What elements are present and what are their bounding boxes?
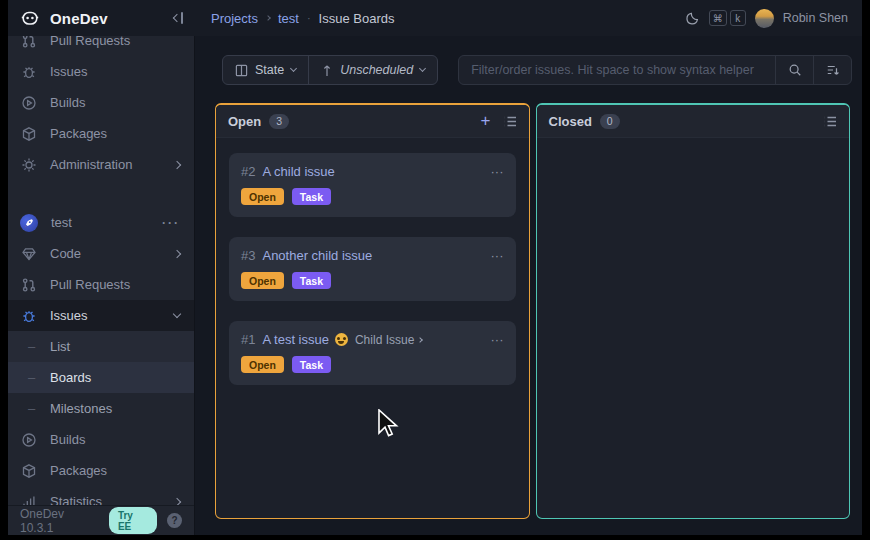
issue-number: #1 [241,332,255,347]
bug-icon-active [20,307,37,324]
sidebar-subitem-milestones[interactable]: – Milestones [8,393,194,424]
play-circle-icon [20,431,37,448]
issue-card[interactable]: #1 A test issue Child Issue ··· Op [229,321,516,385]
sidebar-item-label: Pull Requests [50,36,130,48]
issue-toolbar: State Unscheduled [222,55,852,85]
collapse-bar-icon [181,12,183,24]
dark-mode-moon-icon[interactable] [685,11,700,26]
chevron-right-icon [173,160,181,168]
breadcrumb-project-link[interactable]: test [278,11,299,26]
user-avatar[interactable] [755,9,774,28]
type-label-badge: Task [292,356,331,373]
sidebar-item-issues[interactable]: Issues [8,56,194,87]
filter-input[interactable] [459,56,775,84]
sidebar-item-builds[interactable]: Builds [8,87,194,118]
closed-column-body[interactable] [537,138,850,518]
sidebar-project-header[interactable]: test ··· [8,207,194,238]
shortcut-hint: ⌘ k [709,10,746,26]
sidebar-item-project-issues[interactable]: Issues [8,300,194,331]
sidebar-item-project-builds[interactable]: Builds [8,424,194,455]
child-issue-link[interactable]: Child Issue [355,333,422,347]
pull-request-icon [20,276,37,293]
subitem-dash-icon: – [28,401,37,416]
subitem-dash-icon: – [28,339,37,354]
brand-name: OneDev [50,10,108,27]
column-title: Closed [549,114,592,129]
board-column-closed: Closed 0 [536,103,851,519]
sidebar-scroll-area[interactable]: Pull Requests Issues Builds Packages Adm… [8,36,194,517]
package-icon [20,125,37,142]
sidebar-item-label: Builds [50,432,85,447]
column-list-menu-button[interactable] [823,115,837,128]
add-issue-button[interactable]: + [481,112,491,129]
column-count-badge: 0 [600,114,620,129]
chevron-down-icon [290,65,297,72]
breadcrumb-current-page: Issue Boards [319,11,395,26]
issue-card[interactable]: #2 A child issue ··· Open Task [229,153,516,217]
card-menu-ellipsis[interactable]: ··· [491,332,504,347]
state-board-button[interactable]: State [223,56,308,84]
sidebar-item-project-packages[interactable]: Packages [8,455,194,486]
column-title: Open [228,114,261,129]
user-name[interactable]: Robin Shen [783,11,848,25]
chevron-right-icon [417,337,423,343]
board-settings-group: State Unscheduled [222,55,438,85]
milestone-filter-button[interactable]: Unscheduled [308,56,437,84]
sidebar-item-label: Milestones [50,401,112,416]
main-content: State Unscheduled [195,36,862,535]
open-column-header: Open 3 + [216,105,529,138]
order-button[interactable] [813,56,851,84]
state-label-badge: Open [241,356,284,373]
card-menu-ellipsis[interactable]: ··· [491,164,504,179]
board-column-open: Open 3 + #2 A child issue ··· [215,103,530,519]
project-avatar [20,214,38,232]
help-icon[interactable]: ? [167,513,182,528]
sidebar-item-label: Builds [50,95,85,110]
breadcrumb-projects-link[interactable]: Projects [211,11,258,26]
sidebar-item-code[interactable]: Code [8,238,194,269]
sidebar-item-label: Packages [50,126,107,141]
play-circle-icon [20,94,37,111]
open-column-body[interactable]: #2 A child issue ··· Open Task #3 [216,138,529,518]
sidebar-collapse-button[interactable] [174,12,183,24]
sidebar-subitem-boards[interactable]: – Boards [8,362,194,393]
search-icon [788,63,802,77]
breadcrumb: Projects test · Issue Boards [195,11,394,26]
issue-card[interactable]: #3 Another child issue ··· Open Task [229,237,516,301]
breadcrumb-separator-icon [265,15,271,21]
issue-title[interactable]: A child issue [262,164,334,179]
issue-number: #3 [241,248,255,263]
state-label-badge: Open [241,272,284,289]
sidebar-item-packages[interactable]: Packages [8,118,194,149]
card-menu-ellipsis[interactable]: ··· [491,248,504,263]
search-button[interactable] [775,56,813,84]
pull-request-icon [20,36,37,49]
bug-icon [20,63,37,80]
sidebar-item-project-pull-requests[interactable]: Pull Requests [8,269,194,300]
project-name: test [51,215,72,230]
app-window: OneDev Projects test · Issue Boards ⌘ k … [8,0,862,535]
column-list-menu-button[interactable] [503,115,517,128]
sidebar: Pull Requests Issues Builds Packages Adm… [8,36,195,535]
try-ee-badge[interactable]: Try EE [109,507,157,534]
closed-column-header: Closed 0 [537,105,850,138]
milestone-button-label: Unscheduled [340,63,413,77]
project-menu-ellipsis[interactable]: ··· [162,216,180,230]
board-columns-icon [235,64,248,77]
brand-area: OneDev [8,8,195,28]
sidebar-item-pull-requests[interactable]: Pull Requests [8,36,194,56]
sidebar-item-label: Packages [50,463,107,478]
mod-key-badge: ⌘ [709,10,727,26]
onedev-logo-icon [20,8,40,28]
issue-title[interactable]: A test issue [262,332,328,347]
k-key-badge: k [730,10,746,26]
subitem-dash-icon: – [28,370,37,385]
sidebar-subitem-list[interactable]: – List [8,331,194,362]
sidebar-item-administration[interactable]: Administration [8,149,194,180]
gear-icon [20,156,37,173]
state-button-label: State [255,63,284,77]
code-diamond-icon [20,245,37,262]
chevron-down-icon [419,65,426,72]
issue-title[interactable]: Another child issue [262,248,372,263]
milestone-icon [321,64,333,77]
